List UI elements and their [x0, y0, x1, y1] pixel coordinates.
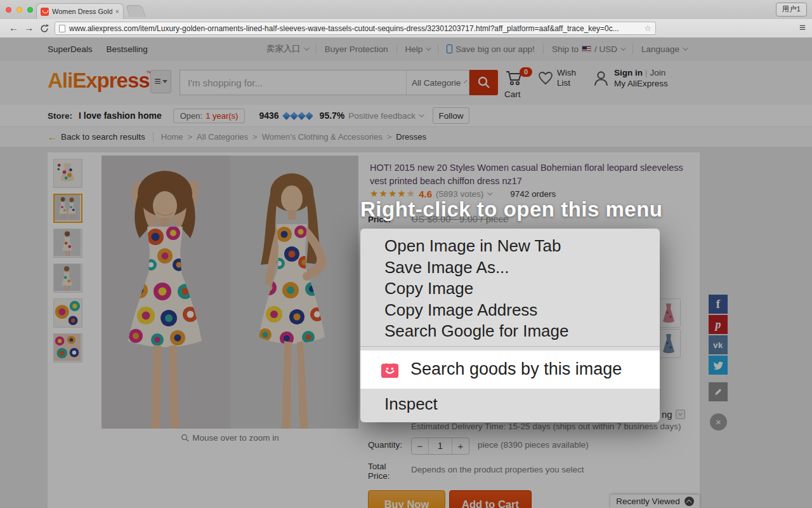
menu-item-inspect[interactable]: Inspect: [360, 391, 660, 417]
browser-menu-icon[interactable]: ≡: [799, 22, 806, 34]
tab-title: Women Dress Golden Sequ: [52, 8, 112, 15]
tab-close-icon[interactable]: ×: [115, 8, 119, 15]
page-icon: [59, 25, 65, 32]
menu-item-open-image-new-tab[interactable]: Open Image in New Tab: [360, 236, 660, 257]
bookmark-star-icon[interactable]: ☆: [644, 23, 652, 33]
zoom-window-button[interactable]: [27, 7, 33, 13]
refresh-icon[interactable]: [39, 23, 49, 36]
browser-chrome: Women Dress Golden Sequ × 用户1 ← → www.al…: [0, 0, 812, 38]
tab-bar: Women Dress Golden Sequ × 用户1: [0, 0, 812, 19]
context-menu: Open Image in New Tab Save Image As... C…: [360, 229, 660, 422]
forward-icon[interactable]: →: [24, 22, 34, 33]
aliexpress-favicon-icon: [41, 8, 49, 16]
profile-button[interactable]: 用户1: [776, 3, 807, 17]
tutorial-caption: Right-click to open this menu: [360, 197, 663, 222]
menu-item-save-image-as[interactable]: Save Image As...: [360, 257, 660, 279]
browser-tab[interactable]: Women Dress Golden Sequ ×: [36, 3, 124, 19]
window-controls[interactable]: [6, 7, 33, 13]
close-window-button[interactable]: [6, 7, 11, 13]
menu-item-search-goods-by-image[interactable]: Search goods by this image: [360, 351, 660, 389]
new-tab-button[interactable]: [126, 5, 146, 17]
menu-item-copy-image-address[interactable]: Copy Image Address: [360, 300, 660, 321]
browser-toolbar: ← → www.aliexpress.com/item/Luxury-golde…: [0, 19, 812, 38]
address-bar[interactable]: www.aliexpress.com/item/Luxury-golden-or…: [55, 22, 656, 35]
url-text[interactable]: www.aliexpress.com/item/Luxury-golden-or…: [69, 24, 640, 33]
back-icon[interactable]: ←: [9, 22, 18, 33]
minimize-window-button[interactable]: [16, 7, 22, 13]
aliexpress-bag-icon: [379, 359, 400, 380]
menu-item-search-google-for-image[interactable]: Search Google for Image: [360, 321, 660, 342]
menu-separator: [360, 346, 660, 347]
menu-item-copy-image[interactable]: Copy Image: [360, 278, 660, 300]
